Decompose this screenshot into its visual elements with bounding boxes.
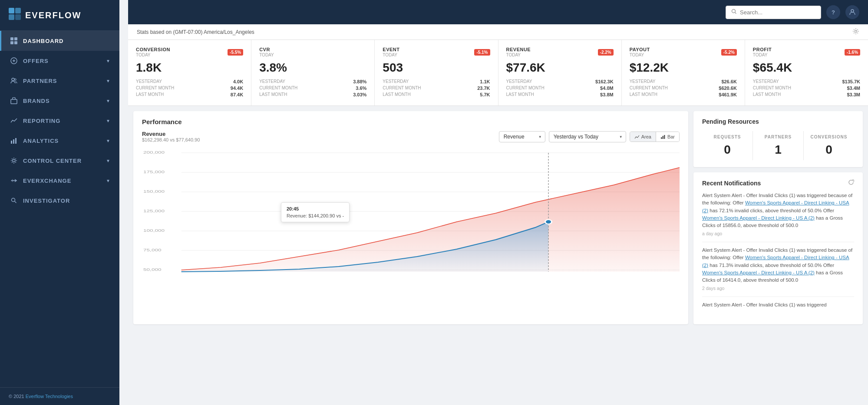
notification-text-mid: has 72.1% invalid clicks, above threshol… <box>708 208 834 213</box>
stat-card-value: 503 <box>383 61 490 75</box>
sidebar-item-analytics[interactable]: ANALYTICS ▼ <box>0 131 119 151</box>
performance-panel: Performance Revenue $162,298.40 vs $77,6… <box>133 111 688 324</box>
stat-card-subtitle: TODAY <box>506 53 531 57</box>
svg-text:125,000: 125,000 <box>143 209 165 213</box>
pending-col-value: 0 <box>804 143 854 157</box>
stat-card-title: PROFIT <box>753 47 772 52</box>
refresh-icon[interactable] <box>848 179 854 187</box>
stat-card-header: CONVERSION TODAY -5.5% <box>136 47 243 57</box>
notification-time: 2 days ago <box>702 285 854 292</box>
stat-card-value: 1.8K <box>136 61 243 75</box>
svg-text:50,000: 50,000 <box>143 267 162 271</box>
stat-row-value: 5.7K <box>480 92 490 97</box>
stat-row-label: YESTERDAY <box>383 79 409 84</box>
stat-badge-4: -5.2% <box>721 49 737 56</box>
svg-point-17 <box>732 9 736 13</box>
chart-metric-values: $162,298.40 vs $77,640.90 <box>142 137 200 142</box>
pending-col-value: 1 <box>753 143 803 157</box>
stat-row-label: YESTERDAY <box>630 79 656 84</box>
notifications-header: Recent Notifications <box>702 179 854 187</box>
pending-col-requests: REQUESTS 0 <box>702 131 753 160</box>
svg-text:75,000: 75,000 <box>143 248 162 252</box>
stat-card-title: CVR <box>259 47 274 52</box>
stat-card-subtitle: TODAY <box>136 53 170 57</box>
search-box[interactable] <box>726 6 821 19</box>
sidebar-item-offers[interactable]: OFFERS ▼ <box>0 51 119 71</box>
stat-card-header: EVENT TODAY -5.1% <box>383 47 490 57</box>
stat-badge-0: -5.5% <box>228 49 243 56</box>
stat-card-cvr: CVR TODAY 3.8% YESTERDAY 3.88% CURRENT M… <box>251 40 375 105</box>
sidebar-footer: © 2021 Everflow Technologies <box>0 387 119 405</box>
stat-row-value: 23.7K <box>477 86 490 91</box>
notification-link-2[interactable]: Women's Sports Apparel - Direct Linking … <box>702 215 815 221</box>
pending-resources-title: Pending Resources <box>702 118 854 125</box>
chart-metric-label: Revenue <box>142 131 200 137</box>
stat-card-conversion: CONVERSION TODAY -5.5% 1.8K YESTERDAY 4.… <box>128 40 251 105</box>
stat-card-header: CVR TODAY <box>259 47 366 57</box>
footer-link[interactable]: Everflow Technologies <box>26 394 73 399</box>
stat-card-subtitle: TODAY <box>259 53 274 57</box>
pending-col-label: CONVERSIONS <box>804 135 854 139</box>
stat-card-rows: YESTERDAY $162.3K CURRENT MONTH $4.0M LA… <box>506 79 614 97</box>
svg-point-38 <box>545 220 552 224</box>
sidebar-label-everxchange: EVERXCHANGE <box>23 178 71 184</box>
stat-cards-container: CONVERSION TODAY -5.5% 1.8K YESTERDAY 4.… <box>128 40 868 106</box>
sidebar-label-offers: OFFERS <box>23 58 49 64</box>
stat-row-value: 3.6% <box>356 86 366 91</box>
pending-col-value: 0 <box>702 143 752 157</box>
sidebar-item-partners[interactable]: PARTNERS ▼ <box>0 71 119 91</box>
stat-row-label: LAST MONTH <box>506 92 534 97</box>
stat-row-label: LAST MONTH <box>753 92 781 97</box>
period-select[interactable]: Yesterday vs Today Last Week vs This Wee… <box>549 131 626 142</box>
area-chart-button[interactable]: Area <box>630 132 656 142</box>
period-select-wrap: Yesterday vs Today Last Week vs This Wee… <box>549 131 626 142</box>
analytics-chevron: ▼ <box>106 138 111 143</box>
stat-row-label: YESTERDAY <box>506 79 532 84</box>
stat-row-label: CURRENT MONTH <box>753 86 791 91</box>
notifications-title: Recent Notifications <box>702 180 761 187</box>
sidebar-item-control-center[interactable]: CONTROL CENTER ▼ <box>0 151 119 171</box>
bar-chart-button[interactable]: Bar <box>656 132 679 142</box>
pending-col-conversions: CONVERSIONS 0 <box>804 131 854 160</box>
user-menu-button[interactable] <box>845 5 859 19</box>
stat-card-subtitle: TODAY <box>630 53 650 57</box>
search-input[interactable] <box>740 9 815 16</box>
sidebar-item-reporting[interactable]: REPORTING ▼ <box>0 111 119 131</box>
stat-row: LAST MONTH $461.9K <box>630 92 737 97</box>
svg-rect-5 <box>14 37 17 40</box>
svg-text:150,000: 150,000 <box>143 189 165 193</box>
svg-rect-12 <box>11 141 12 144</box>
notification-item-2: Alert System Alert - Offer Invalid Click… <box>702 301 854 313</box>
stat-row-value: 3.88% <box>353 79 366 84</box>
stat-row: CURRENT MONTH 3.6% <box>259 86 366 91</box>
stat-row-value: $3.8M <box>600 92 614 97</box>
settings-icon[interactable] <box>852 28 859 36</box>
svg-rect-4 <box>10 37 13 40</box>
svg-point-16 <box>12 198 15 202</box>
dashboard-icon <box>10 37 18 45</box>
chart-info: Revenue $162,298.40 vs $77,640.90 <box>142 131 200 142</box>
svg-rect-20 <box>661 137 662 139</box>
sidebar-item-dashboard[interactable]: DASHBOARD <box>0 31 119 51</box>
logo-icon <box>9 8 21 23</box>
analytics-icon <box>10 137 18 145</box>
metric-select[interactable]: Revenue Conversions Clicks CVR <box>499 131 545 142</box>
stat-row-value: $3.3M <box>847 92 860 97</box>
help-button[interactable]: ? <box>826 5 840 19</box>
stat-row: YESTERDAY $135.7K <box>753 79 860 84</box>
stat-row-value: $620.6K <box>719 86 737 91</box>
sidebar-item-investigator[interactable]: INVESTIGATOR <box>0 191 119 211</box>
stat-row: LAST MONTH 5.7K <box>383 92 490 97</box>
stat-row-label: LAST MONTH <box>259 92 287 97</box>
stat-row-label: LAST MONTH <box>630 92 657 97</box>
stat-card-revenue: REVENUE TODAY -2.2% $77.6K YESTERDAY $16… <box>498 40 622 105</box>
metric-select-wrap: Revenue Conversions Clicks CVR <box>499 131 545 142</box>
investigator-icon <box>10 197 18 204</box>
stat-card-payout: PAYOUT TODAY -5.2% $12.2K YESTERDAY $26.… <box>622 40 745 105</box>
sidebar-item-brands[interactable]: BRANDS ▼ <box>0 91 119 111</box>
everxchange-icon <box>10 177 18 184</box>
performance-title: Performance <box>142 118 680 125</box>
sidebar-item-everxchange[interactable]: EVERXCHANGE ▼ <box>0 171 119 191</box>
stat-row-value: 94.4K <box>231 86 243 91</box>
notification-link-2[interactable]: Women's Sports Apparel - Direct Linking … <box>702 270 815 275</box>
